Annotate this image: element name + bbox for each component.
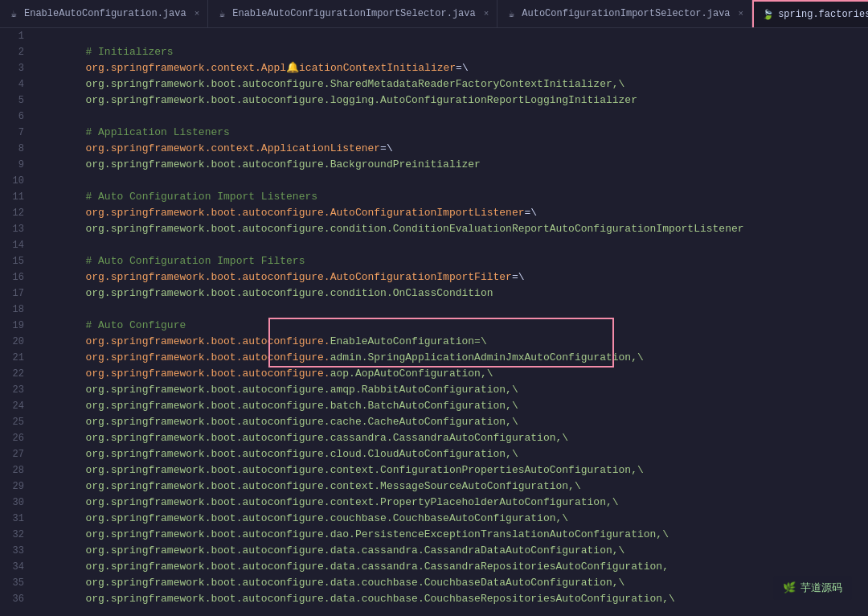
code-line-2: org.springframework.context.Appl🔔ication… [35, 44, 868, 60]
code-line-20: org.springframework.boot.autoconfigure.a… [35, 334, 868, 350]
code-line-11: org.springframework.boot.autoconfigure.A… [35, 189, 868, 205]
code-line-23: org.springframework.boot.autoconfigure.b… [35, 382, 868, 398]
code-line-4: org.springframework.boot.autoconfigure.l… [35, 76, 868, 92]
code-line-21: org.springframework.boot.autoconfigure.a… [35, 350, 868, 366]
tab-close-1[interactable]: × [194, 9, 200, 18]
tab-enable-auto-config[interactable]: ☕ EnableAutoConfiguration.java × [0, 0, 208, 27]
code-line-34: org.springframework.boot.autoconfigure.d… [35, 559, 868, 575]
code-content[interactable]: # Initializers org.springframework.conte… [31, 28, 868, 607]
code-line-9 [35, 157, 868, 173]
tab-spring-factories[interactable]: 🍃 spring.factories × [752, 0, 868, 27]
tab-close-2[interactable]: × [484, 9, 489, 18]
code-line-36: org.springframework.boot.autoconfigure.d… [35, 591, 868, 607]
code-line-33: org.springframework.boot.autoconfigure.d… [35, 543, 868, 559]
code-line-27: org.springframework.boot.autoconfigure.c… [35, 446, 868, 462]
editor-wrapper: # Initializers org.springframework.conte… [31, 28, 868, 616]
line-numbers: 1 2 3 4 5 6 7 8 9 10 11 12 13 14 15 16 1… [0, 28, 31, 616]
code-line-10: # Auto Configuration Import Listeners [35, 173, 868, 189]
code-line-15: org.springframework.boot.autoconfigure.A… [35, 253, 868, 269]
tab-enable-auto-config-import-selector[interactable]: ☕ EnableAutoConfigurationImportSelector.… [208, 0, 497, 27]
spring-leaf-icon: 🍃 [762, 9, 773, 20]
code-line-18: # Auto Configure [35, 302, 868, 318]
code-line-1: # Initializers [35, 28, 868, 44]
code-line-3: org.springframework.boot.autoconfigure.S… [35, 60, 868, 76]
watermark: 🌿 芋道源码 [773, 576, 852, 600]
code-line-6: # Application Listeners [35, 109, 868, 125]
code-line-8: org.springframework.boot.autoconfigure.B… [35, 141, 868, 157]
code-line-31: org.springframework.boot.autoconfigure.d… [35, 511, 868, 527]
code-line-28: org.springframework.boot.autoconfigure.c… [35, 462, 868, 478]
code-line-26: org.springframework.boot.autoconfigure.c… [35, 430, 868, 446]
tab-auto-config-import-selector[interactable]: ☕ AutoConfigurationImportSelector.java × [497, 0, 752, 27]
java-icon: ☕ [8, 8, 19, 19]
java-icon-2: ☕ [216, 8, 227, 19]
editor: 1 2 3 4 5 6 7 8 9 10 11 12 13 14 15 16 1… [0, 28, 868, 616]
code-line-25: org.springframework.boot.autoconfigure.c… [35, 414, 868, 430]
code-line-29: org.springframework.boot.autoconfigure.c… [35, 478, 868, 495]
watermark-icon: 🌿 [783, 581, 796, 594]
tab-close-3[interactable]: × [739, 9, 744, 18]
code-line-22: org.springframework.boot.autoconfigure.a… [35, 366, 868, 382]
code-line-16: org.springframework.boot.autoconfigure.c… [35, 269, 868, 285]
java-icon-3: ☕ [506, 8, 517, 19]
code-line-32: org.springframework.boot.autoconfigure.d… [35, 527, 868, 543]
code-line-19: org.springframework.boot.autoconfigure.E… [35, 318, 868, 334]
code-line-17 [35, 285, 868, 302]
code-line-35: org.springframework.boot.autoconfigure.d… [35, 575, 868, 591]
code-line-5 [35, 92, 868, 109]
code-line-30: org.springframework.boot.autoconfigure.c… [35, 495, 868, 511]
code-line-24: org.springframework.boot.autoconfigure.c… [35, 398, 868, 414]
code-line-7: org.springframework.context.ApplicationL… [35, 125, 868, 141]
code-line-12: org.springframework.boot.autoconfigure.c… [35, 205, 868, 221]
tab-bar: ☕ EnableAutoConfiguration.java × ☕ Enabl… [0, 0, 868, 28]
code-line-14: # Auto Configuration Import Filters [35, 237, 868, 253]
watermark-text: 芋道源码 [800, 581, 842, 595]
code-line-13 [35, 221, 868, 237]
